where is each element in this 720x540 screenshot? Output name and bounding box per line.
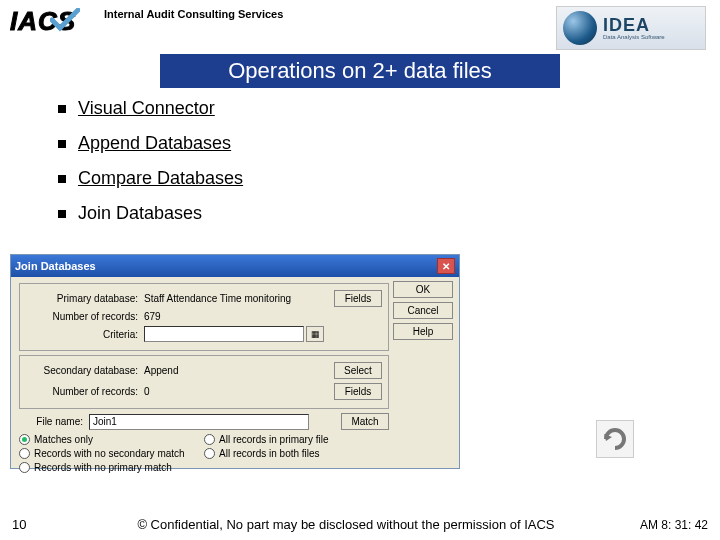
- primary-group: Primary database: Staff Attendance Time …: [19, 283, 389, 351]
- radio-label: Records with no secondary match: [34, 448, 185, 459]
- radio-icon: [204, 448, 215, 459]
- records-label: Number of records:: [26, 311, 144, 322]
- page-title: Operations on 2+ data files: [160, 54, 560, 88]
- header-subtitle: Internal Audit Consulting Services: [104, 8, 283, 20]
- header: IACS Internal Audit Consulting Services …: [0, 0, 720, 50]
- dialog-right-buttons: OK Cancel Help: [393, 281, 453, 340]
- list-item: Visual Connector: [58, 98, 720, 119]
- filename-input[interactable]: Join1: [89, 414, 309, 430]
- link-compare-databases[interactable]: Compare Databases: [78, 168, 243, 188]
- item-list: Visual Connector Append Databases Compar…: [58, 98, 720, 224]
- text-join-databases: Join Databases: [78, 203, 202, 223]
- secondary-group: Secondary database: Append Select Number…: [19, 355, 389, 409]
- fields2-button[interactable]: Fields: [334, 383, 382, 400]
- idea-text: IDEA Data Analysis Software: [603, 16, 665, 40]
- radio-matches-only[interactable]: Matches only: [19, 434, 204, 445]
- dialog-body: OK Cancel Help Primary database: Staff A…: [11, 277, 459, 468]
- criteria-builder-icon[interactable]: ▦: [306, 326, 324, 342]
- idea-logo: IDEA Data Analysis Software: [556, 6, 706, 50]
- radio-all-both[interactable]: All records in both files: [204, 448, 389, 459]
- radio-icon: [19, 434, 30, 445]
- clock: AM 8: 31: 42: [640, 518, 708, 532]
- return-icon[interactable]: [596, 420, 634, 458]
- match-button[interactable]: Match: [341, 413, 389, 430]
- list-item: Append Databases: [58, 133, 720, 154]
- radio-all-primary[interactable]: All records in primary file: [204, 434, 389, 445]
- select-button[interactable]: Select: [334, 362, 382, 379]
- radio-no-secondary[interactable]: Records with no secondary match: [19, 448, 204, 459]
- dialog-title: Join Databases: [15, 260, 96, 272]
- radio-label: All records in primary file: [219, 434, 328, 445]
- filename-label: File name:: [19, 416, 89, 427]
- secondary-db-value: Append: [144, 365, 178, 376]
- close-icon[interactable]: ✕: [437, 258, 455, 274]
- help-button[interactable]: Help: [393, 323, 453, 340]
- radio-no-primary[interactable]: Records with no primary match: [19, 462, 204, 473]
- page-number: 10: [12, 517, 52, 532]
- footer: 10 © Confidential, No part may be disclo…: [0, 517, 720, 532]
- idea-title: IDEA: [603, 16, 665, 34]
- secondary-db-label: Secondary database:: [26, 365, 144, 376]
- checkmark-icon: [50, 8, 80, 32]
- radio-icon: [19, 448, 30, 459]
- criteria-input[interactable]: [144, 326, 304, 342]
- sec-records-value: 0: [144, 386, 150, 397]
- radio-label: All records in both files: [219, 448, 320, 459]
- idea-subtitle: Data Analysis Software: [603, 34, 665, 40]
- join-type-radios: Matches only All records in primary file…: [19, 434, 389, 473]
- sphere-icon: [563, 11, 597, 45]
- radio-label: Matches only: [34, 434, 93, 445]
- criteria-label: Criteria:: [26, 329, 144, 340]
- list-item: Compare Databases: [58, 168, 720, 189]
- records-value: 679: [144, 311, 161, 322]
- ok-button[interactable]: OK: [393, 281, 453, 298]
- radio-icon: [204, 434, 215, 445]
- list-item: Join Databases: [58, 203, 720, 224]
- primary-db-label: Primary database:: [26, 293, 144, 304]
- iacs-logo: IACS: [10, 6, 100, 37]
- copyright-text: © Confidential, No part may be disclosed…: [52, 517, 640, 532]
- radio-label: Records with no primary match: [34, 462, 172, 473]
- primary-db-value: Staff Attendance Time monitoring: [144, 293, 291, 304]
- link-visual-connector[interactable]: Visual Connector: [78, 98, 215, 118]
- radio-icon: [19, 462, 30, 473]
- link-append-databases[interactable]: Append Databases: [78, 133, 231, 153]
- dialog-titlebar[interactable]: Join Databases ✕: [11, 255, 459, 277]
- fields-button[interactable]: Fields: [334, 290, 382, 307]
- join-databases-dialog: Join Databases ✕ OK Cancel Help Primary …: [10, 254, 460, 469]
- sec-records-label: Number of records:: [26, 386, 144, 397]
- cancel-button[interactable]: Cancel: [393, 302, 453, 319]
